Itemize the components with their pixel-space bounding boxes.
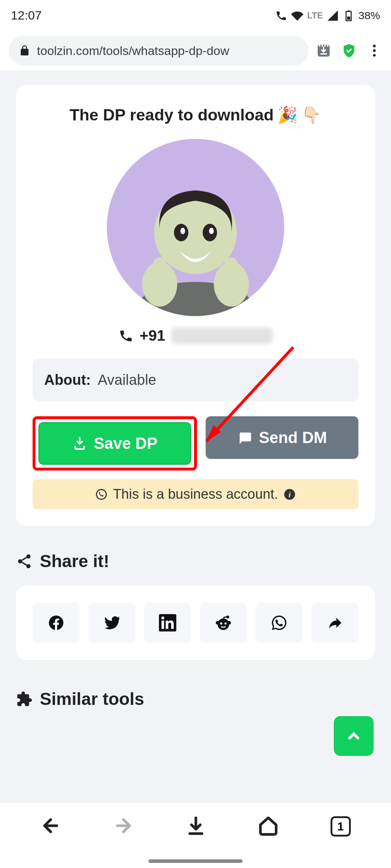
arrow-left-icon <box>40 815 61 836</box>
svg-point-24 <box>227 621 231 625</box>
share-facebook[interactable] <box>33 603 80 643</box>
share-title: Share it! <box>40 551 109 571</box>
download-icon <box>72 436 87 451</box>
phone-prefix: +91 <box>139 327 165 344</box>
network-label: LTE <box>307 10 323 21</box>
svg-point-15 <box>223 257 239 282</box>
nav-home[interactable] <box>258 815 279 838</box>
share-header: Share it! <box>16 551 375 571</box>
svg-point-4 <box>373 49 375 52</box>
linkedin-icon <box>159 614 176 631</box>
avatar-illustration <box>116 157 275 316</box>
svg-point-23 <box>216 621 219 625</box>
home-icon <box>258 815 279 836</box>
whatsapp-share-icon <box>270 614 288 631</box>
puzzle-icon <box>16 691 33 707</box>
downloads-extension-icon[interactable] <box>316 43 332 59</box>
similar-header: Similar tools <box>16 689 375 709</box>
nav-forward <box>113 815 134 838</box>
signal-icon <box>327 9 339 22</box>
wifi-calling-icon <box>275 9 287 22</box>
business-notice: This is a business account. i <box>33 479 358 509</box>
svg-point-5 <box>373 54 375 56</box>
share-arrow-icon <box>326 614 344 631</box>
arrow-right-icon <box>113 815 134 836</box>
card-title: The DP ready to download 🎉 👇🏻 <box>33 105 358 124</box>
phone-icon <box>118 328 134 343</box>
svg-rect-0 <box>348 10 350 11</box>
share-reddit[interactable] <box>200 603 247 643</box>
share-twitter[interactable] <box>88 603 135 643</box>
nav-download[interactable] <box>185 815 206 838</box>
svg-point-3 <box>373 45 375 47</box>
svg-point-10 <box>180 228 185 234</box>
menu-dots-icon[interactable] <box>366 43 382 59</box>
notice-text: This is a business account. <box>113 486 278 502</box>
svg-point-27 <box>224 622 227 625</box>
twitter-icon <box>103 614 121 631</box>
scroll-top-button[interactable] <box>334 716 374 756</box>
svg-point-14 <box>152 257 168 282</box>
share-card <box>16 586 375 660</box>
status-icons: LTE 38% <box>275 9 380 22</box>
share-whatsapp[interactable] <box>256 603 303 643</box>
save-dp-button[interactable]: Save DP <box>38 422 191 465</box>
status-time: 12:07 <box>11 8 42 22</box>
svg-point-26 <box>220 622 222 625</box>
battery-percent: 38% <box>358 9 380 22</box>
phone-redacted <box>171 327 273 344</box>
svg-rect-1 <box>347 16 350 20</box>
share-linkedin[interactable] <box>144 603 191 643</box>
wifi-icon <box>291 9 303 22</box>
url-text: toolzin.com/tools/whatsapp-dp-dow <box>37 44 229 58</box>
svg-point-11 <box>209 228 214 234</box>
nav-tabs[interactable]: 1 <box>331 816 351 837</box>
send-label: Send DM <box>259 429 327 447</box>
about-label: About: <box>44 372 91 388</box>
svg-point-22 <box>218 618 229 630</box>
svg-point-16 <box>96 489 106 499</box>
status-bar: 12:07 LTE 38% <box>0 0 391 31</box>
save-label: Save DP <box>94 434 157 452</box>
party-popper-icon: 🎉 <box>277 105 298 124</box>
shield-check-icon[interactable] <box>341 43 357 59</box>
similar-title: Similar tools <box>40 689 144 709</box>
lock-icon <box>19 45 30 56</box>
share-nodes-icon <box>16 553 33 570</box>
battery-icon <box>342 9 355 22</box>
phone-row: +91 <box>33 327 358 344</box>
chat-icon <box>237 430 252 445</box>
browser-bar: toolzin.com/tools/whatsapp-dp-dow <box>0 31 391 71</box>
share-more[interactable] <box>311 603 358 643</box>
about-value: Available <box>98 372 156 388</box>
tab-count-value: 1 <box>337 820 344 833</box>
result-card: The DP ready to download 🎉 👇🏻 <box>16 85 375 526</box>
info-icon[interactable]: i <box>283 488 296 501</box>
svg-point-19 <box>26 554 31 558</box>
button-row: Save DP Send DM <box>33 416 358 471</box>
whatsapp-icon <box>95 488 108 501</box>
profile-avatar <box>107 139 284 316</box>
save-highlight: Save DP <box>33 416 197 471</box>
chevron-up-icon <box>345 728 362 744</box>
nav-back[interactable] <box>40 815 61 838</box>
send-dm-button[interactable]: Send DM <box>206 416 358 459</box>
about-box: About: Available <box>33 359 358 401</box>
gesture-bar <box>148 859 243 863</box>
reddit-icon <box>215 614 232 631</box>
svg-point-21 <box>26 564 31 568</box>
facebook-icon <box>47 614 65 631</box>
browser-bottom-nav: 1 <box>0 803 391 868</box>
avatar-container <box>33 139 358 316</box>
svg-point-20 <box>18 559 22 563</box>
url-bar[interactable]: toolzin.com/tools/whatsapp-dp-dow <box>9 36 308 65</box>
point-down-icon: 👇🏻 <box>301 105 321 124</box>
card-title-text: The DP ready to download <box>70 106 274 124</box>
download-nav-icon <box>185 815 206 836</box>
